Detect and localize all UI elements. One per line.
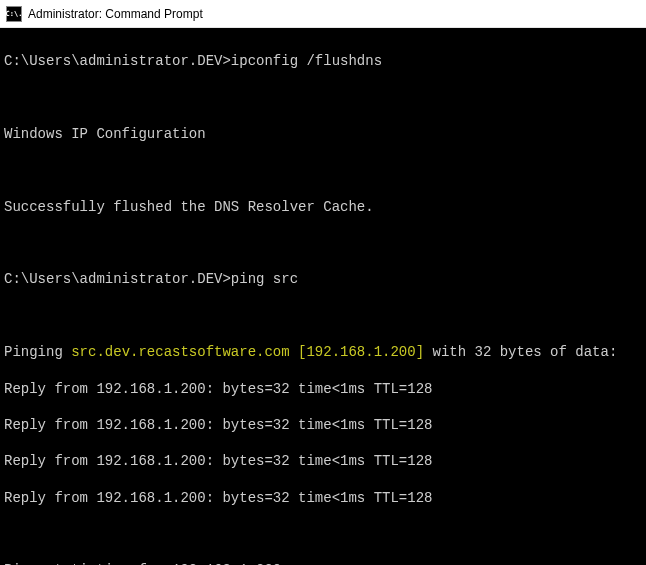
output-text: Pinging bbox=[4, 344, 71, 360]
window-title: Administrator: Command Prompt bbox=[28, 7, 203, 21]
output-line: Successfully flushed the DNS Resolver Ca… bbox=[4, 198, 642, 216]
output-line: Reply from 192.168.1.200: bytes=32 time<… bbox=[4, 380, 642, 398]
output-line: Windows IP Configuration bbox=[4, 125, 642, 143]
titlebar[interactable]: C:\. Administrator: Command Prompt bbox=[0, 0, 646, 28]
output-line: Reply from 192.168.1.200: bytes=32 time<… bbox=[4, 416, 642, 434]
highlighted-host: src.dev.recastsoftware.com [192.168.1.20… bbox=[71, 344, 424, 360]
command-text: ping src bbox=[231, 271, 298, 287]
command-text: ipconfig /flushdns bbox=[231, 53, 382, 69]
cmd-icon: C:\. bbox=[6, 6, 22, 22]
prompt: C:\Users\administrator.DEV> bbox=[4, 53, 231, 69]
output-text: with 32 bytes of data: bbox=[424, 344, 617, 360]
prompt: C:\Users\administrator.DEV> bbox=[4, 271, 231, 287]
output-line: Reply from 192.168.1.200: bytes=32 time<… bbox=[4, 452, 642, 470]
terminal-output[interactable]: C:\Users\administrator.DEV>ipconfig /flu… bbox=[0, 28, 646, 565]
output-line: Ping statistics for 192.168.1.200: bbox=[4, 561, 642, 565]
output-line: Reply from 192.168.1.200: bytes=32 time<… bbox=[4, 489, 642, 507]
